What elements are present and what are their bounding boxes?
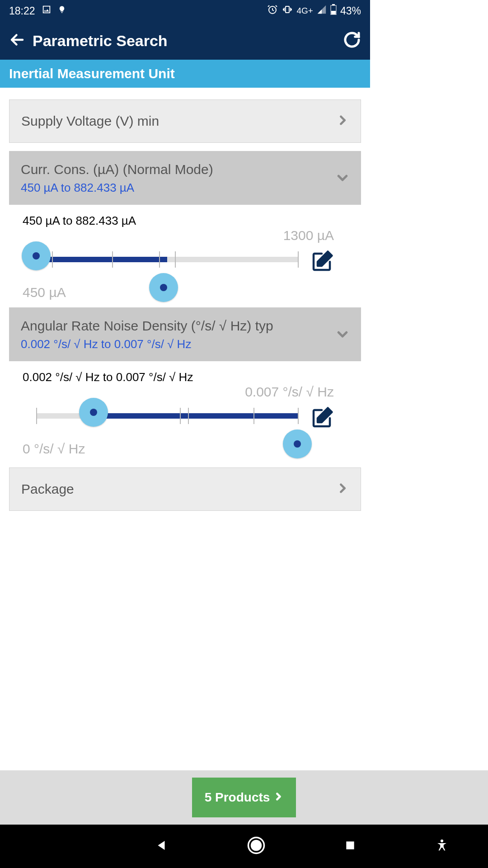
filter-label: Package <box>21 481 336 497</box>
picture-icon <box>42 5 52 17</box>
filter-angular-rate-header[interactable]: Angular Rate Noise Density (°/s/ √ Hz) t… <box>9 307 361 361</box>
slider-min-label: 450 µA <box>23 285 66 300</box>
filter-current-consumption-header[interactable]: Curr. Cons. (µA) (Normal Mode) 450 µA to… <box>9 151 361 205</box>
slider-max-label: 1300 µA <box>283 228 334 243</box>
filter-angular-rate-body: 0.002 °/s/ √ Hz to 0.007 °/s/ √ Hz 0.007… <box>9 361 361 456</box>
filter-label: Angular Rate Noise Density (°/s/ √ Hz) t… <box>21 318 336 334</box>
chevron-down-icon <box>336 327 349 343</box>
svg-rect-4 <box>331 11 336 14</box>
slider-tick <box>188 408 189 424</box>
filter-package[interactable]: Package <box>9 467 361 511</box>
slider-handle-max[interactable] <box>283 429 312 458</box>
slider-fill <box>102 413 298 419</box>
slider-fill <box>36 257 167 262</box>
edit-button[interactable] <box>310 250 334 276</box>
slider-tick <box>36 408 37 424</box>
slider-tick <box>298 251 299 268</box>
status-bar: 18:22 4G+ 43% <box>0 0 370 22</box>
alarm-icon <box>267 4 278 18</box>
range-text: 0.002 °/s/ √ Hz to 0.007 °/s/ √ Hz <box>23 370 361 384</box>
battery-icon <box>330 4 337 18</box>
signal-icon <box>317 5 327 17</box>
refresh-button[interactable] <box>343 31 361 51</box>
svg-rect-1 <box>286 6 289 13</box>
slider-tick <box>253 408 254 424</box>
filter-label: Supply Voltage (V) min <box>21 113 336 129</box>
app-bar: Parametric Search <box>0 22 370 60</box>
slider-handle-max[interactable] <box>149 273 178 302</box>
slider-tick <box>175 251 176 268</box>
page-title: Parametric Search <box>33 32 343 50</box>
filter-current-consumption-body: 450 µA to 882.433 µA 1300 µA 450 µA <box>9 205 361 299</box>
bulb-icon <box>58 5 66 17</box>
range-text: 450 µA to 882.433 µA <box>23 214 361 228</box>
slider-handle-min[interactable] <box>22 241 51 270</box>
network-type: 4G+ <box>297 6 313 16</box>
slider-min-label: 0 °/s/ √ Hz <box>23 441 85 457</box>
slider-track <box>36 257 298 262</box>
slider-max-label: 0.007 °/s/ √ Hz <box>245 384 334 400</box>
slider-handle-min[interactable] <box>79 398 108 427</box>
back-button[interactable] <box>9 32 25 50</box>
filter-list: Supply Voltage (V) min Curr. Cons. (µA) … <box>0 99 370 511</box>
status-time: 18:22 <box>9 5 35 17</box>
filter-summary: 450 µA to 882.433 µA <box>21 181 336 195</box>
slider-tick <box>112 251 113 268</box>
chevron-down-icon <box>336 171 349 186</box>
battery-percent: 43% <box>340 5 361 17</box>
filter-label: Curr. Cons. (µA) (Normal Mode) <box>21 162 336 177</box>
filter-summary: 0.002 °/s/ √ Hz to 0.007 °/s/ √ Hz <box>21 337 336 351</box>
category-header: Inertial Measurement Unit <box>0 60 370 88</box>
slider-track <box>36 413 298 419</box>
slider-tick <box>159 251 160 268</box>
chevron-right-icon <box>336 114 349 128</box>
edit-button[interactable] <box>310 406 334 432</box>
slider-tick <box>298 408 299 424</box>
vibrate-icon <box>282 4 293 18</box>
chevron-right-icon <box>336 482 349 496</box>
filter-supply-voltage[interactable]: Supply Voltage (V) min <box>9 99 361 143</box>
slider-tick <box>180 408 181 424</box>
slider-tick <box>52 251 53 268</box>
